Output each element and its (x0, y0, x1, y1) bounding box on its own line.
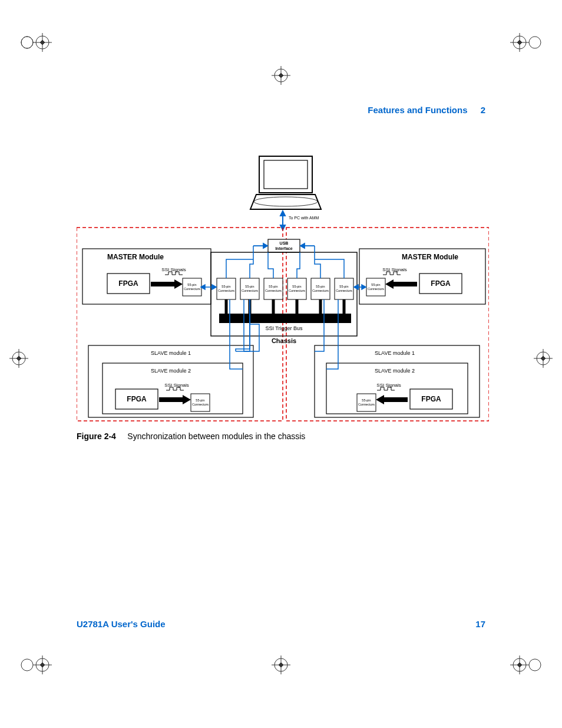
svg-rect-8 (286, 228, 489, 421)
master-right-label: MASTER Module (402, 253, 458, 261)
master-left-label: MASTER Module (107, 253, 164, 261)
svg-rect-1 (264, 160, 308, 189)
svg-text:55-pin: 55-pin (339, 285, 348, 288)
to-pc-label: To PC with AMM (289, 216, 319, 220)
svg-point-80 (21, 37, 33, 48)
figure-number: Figure 2-4 (77, 431, 116, 441)
svg-marker-11 (263, 243, 267, 248)
svg-point-86 (529, 37, 541, 48)
svg-text:55-pin: 55-pin (269, 285, 277, 288)
svg-marker-95 (517, 663, 522, 667)
section-title: Features and Functions (368, 105, 467, 115)
svg-marker-64 (183, 395, 191, 404)
svg-text:55-pin: 55-pin (245, 285, 254, 288)
figure-caption: Figure 2-4 Synchronization between modul… (77, 431, 305, 441)
section-number: 2 (481, 105, 485, 115)
figure-caption-text: Synchronization between modules in the c… (127, 431, 305, 441)
diagram-figure: To PC with AMM USB Interface Chassis (77, 153, 489, 424)
fpga-left-top: FPGA (118, 279, 138, 288)
svg-point-76 (36, 36, 49, 49)
fpga-right-top: FPGA (431, 279, 451, 288)
footer-guide-title: U2781A User's Guide (77, 619, 166, 629)
svg-rect-33 (219, 314, 351, 323)
svg-marker-90 (40, 663, 45, 667)
slave2-left-label: SLAVE module 2 (151, 368, 191, 374)
slave2-right-label: SLAVE module 2 (375, 368, 415, 374)
svg-text:Connectors: Connectors (312, 289, 329, 292)
slave1-left-label: SLAVE module 1 (151, 350, 191, 356)
usb-label-2: Interface (275, 246, 292, 251)
svg-text:55-pin: 55-pin (362, 398, 371, 402)
laptop-icon (250, 156, 321, 209)
svg-text:Connectors: Connectors (265, 289, 282, 292)
svg-text:Connectors: Connectors (184, 287, 200, 291)
svg-rect-60 (88, 345, 253, 417)
usb-label-1: USB (280, 241, 289, 245)
svg-text:55-pin: 55-pin (371, 283, 380, 286)
svg-point-91 (21, 659, 33, 671)
svg-marker-53 (385, 279, 394, 289)
svg-rect-71 (384, 397, 408, 402)
footer-page-number: 17 (475, 619, 485, 629)
svg-text:Connectors: Connectors (368, 287, 384, 291)
svg-marker-79 (40, 40, 45, 45)
ssi-signals-left-top: SSI Signals (161, 267, 186, 272)
svg-marker-13 (300, 243, 305, 248)
svg-text:55-pin: 55-pin (222, 285, 230, 288)
svg-point-97 (12, 352, 25, 365)
svg-marker-48 (212, 285, 216, 289)
chassis-label: Chassis (272, 337, 296, 344)
fpga-right-bottom: FPGA (421, 395, 441, 403)
page: Features and Functions 2 To PC with AMM (0, 0, 562, 728)
connector-row: 55-pinConnectors 55-pinConnectors 55-pin… (217, 278, 353, 299)
svg-marker-72 (376, 395, 384, 404)
svg-marker-58 (362, 285, 366, 289)
svg-point-87 (36, 658, 49, 671)
svg-point-81 (21, 37, 33, 48)
svg-point-105 (275, 69, 287, 82)
svg-marker-5 (280, 211, 285, 216)
svg-point-82 (513, 36, 526, 49)
svg-marker-108 (279, 73, 283, 78)
svg-text:Connectors: Connectors (358, 403, 375, 406)
slave1-right-label: SLAVE module 1 (375, 350, 415, 356)
svg-text:Connectors: Connectors (242, 289, 258, 292)
svg-rect-63 (159, 397, 183, 402)
running-header: Features and Functions 2 (368, 105, 485, 115)
svg-rect-0 (259, 156, 312, 193)
svg-rect-42 (151, 282, 174, 286)
svg-text:Connectors: Connectors (192, 403, 209, 406)
svg-text:Connectors: Connectors (336, 289, 352, 292)
svg-marker-59 (354, 285, 358, 289)
svg-text:55-pin: 55-pin (196, 398, 204, 402)
svg-point-109 (275, 658, 287, 671)
svg-marker-100 (16, 356, 21, 361)
svg-marker-43 (174, 279, 183, 289)
svg-text:55-pin: 55-pin (187, 283, 196, 286)
svg-point-92 (513, 658, 526, 671)
svg-rect-52 (394, 282, 417, 286)
svg-text:55-pin: 55-pin (316, 285, 325, 288)
svg-point-101 (537, 352, 550, 365)
svg-text:55-pin: 55-pin (292, 285, 301, 288)
svg-rect-68 (315, 345, 480, 417)
ssi-trigger-bus-label: SSI Trigger Bus (265, 325, 303, 331)
fpga-left-bottom: FPGA (127, 395, 147, 403)
svg-marker-112 (279, 663, 283, 667)
svg-marker-104 (541, 356, 546, 361)
svg-text:Connectors: Connectors (218, 289, 234, 292)
svg-marker-85 (517, 40, 522, 45)
svg-point-96 (529, 659, 541, 671)
svg-text:Connectors: Connectors (289, 289, 305, 292)
